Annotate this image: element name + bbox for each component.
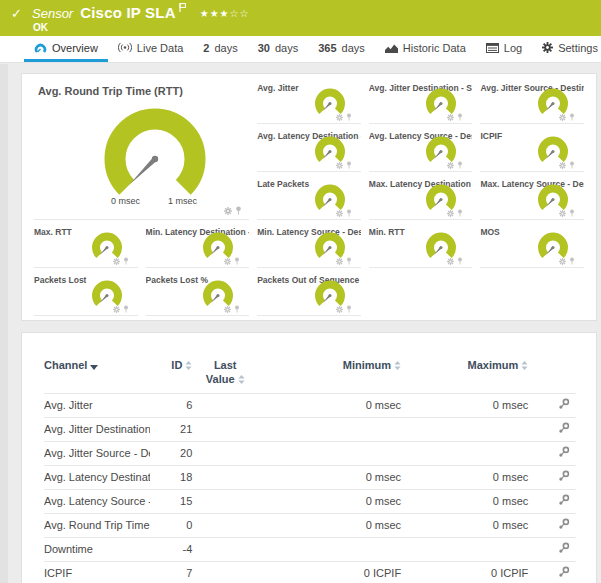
- gauge-cell[interactable]: Packets Out of Sequence: [257, 270, 361, 316]
- tab-365-days[interactable]: 365 days: [308, 36, 375, 62]
- channel-settings-icon[interactable]: [558, 568, 570, 580]
- priority-flag-icon[interactable]: [179, 0, 186, 16]
- channel-name[interactable]: ICPIF: [44, 561, 150, 583]
- tab-settings[interactable]: Settings: [532, 36, 601, 62]
- channel-name[interactable]: Avg. Jitter Source - Des...: [44, 441, 150, 465]
- tab-2-days[interactable]: 2 days: [193, 36, 247, 62]
- tab-30-days[interactable]: 30 days: [248, 36, 309, 62]
- channel-maximum: 0 msec: [401, 513, 528, 537]
- channel-name[interactable]: Avg. Jitter: [44, 393, 150, 417]
- channel-row[interactable]: Avg. Jitter Destination -... 21: [44, 417, 576, 441]
- primary-gauge-dial: 0 msec 1 msec: [60, 101, 250, 213]
- pin-icon[interactable]: [346, 305, 352, 313]
- channel-settings-icon[interactable]: [558, 400, 570, 412]
- pin-icon[interactable]: [346, 257, 352, 265]
- gauge-cell[interactable]: MOS: [480, 222, 584, 268]
- gear-icon[interactable]: [336, 258, 343, 265]
- channel-row[interactable]: Avg. Round Trip Time (... 0 0 msec 0 mse…: [44, 513, 576, 537]
- channel-name[interactable]: Avg. Jitter Destination -...: [44, 417, 150, 441]
- gear-icon[interactable]: [224, 207, 232, 215]
- gauge-cell[interactable]: Min. Latency Source - Destina...: [257, 222, 361, 268]
- channel-row[interactable]: Downtime -4: [44, 537, 576, 561]
- gauge-cell[interactable]: Packets Lost %: [146, 270, 250, 316]
- pin-icon[interactable]: [569, 113, 575, 121]
- sensor-name: Cisco IP SLA: [80, 4, 175, 21]
- channel-settings-icon[interactable]: [558, 448, 570, 460]
- gauge-cell[interactable]: Avg. Latency Destination - So...: [257, 126, 361, 172]
- gear-icon[interactable]: [113, 258, 120, 265]
- column-header-id[interactable]: ID: [150, 357, 192, 393]
- gear-icon[interactable]: [447, 114, 454, 121]
- channel-settings-icon[interactable]: [558, 496, 570, 508]
- channel-last-value: [192, 393, 258, 417]
- pin-icon[interactable]: [123, 305, 129, 313]
- channel-settings-icon[interactable]: [558, 424, 570, 436]
- gear-icon[interactable]: [336, 306, 343, 313]
- column-header-channel[interactable]: Channel: [44, 357, 150, 393]
- gear-icon[interactable]: [559, 210, 566, 217]
- gauge-cell[interactable]: Min. Latency Destination - So...: [146, 222, 250, 268]
- channel-row[interactable]: ICPIF 7 0 ICPIF 0 ICPIF: [44, 561, 576, 583]
- gauge-cell-primary[interactable]: Avg. Round Trip Time (RTT) 0 msec 1 msec: [34, 78, 249, 220]
- gear-icon[interactable]: [224, 258, 231, 265]
- priority-stars[interactable]: ★★★☆☆: [200, 8, 250, 19]
- channel-name[interactable]: Avg. Round Trip Time (...: [44, 513, 150, 537]
- gauge-cell[interactable]: Avg. Jitter Destination - Source: [369, 78, 473, 124]
- channel-row[interactable]: Avg. Jitter 6 0 msec 0 msec: [44, 393, 576, 417]
- pin-icon[interactable]: [346, 161, 352, 169]
- pin-icon[interactable]: [457, 257, 463, 265]
- pin-icon[interactable]: [569, 161, 575, 169]
- channel-row[interactable]: Avg. Jitter Source - Des... 20: [44, 441, 576, 465]
- column-header-maximum[interactable]: Maximum: [401, 357, 528, 393]
- gear-icon[interactable]: [224, 306, 231, 313]
- gear-icon[interactable]: [447, 258, 454, 265]
- channel-name[interactable]: Downtime: [44, 537, 150, 561]
- gauge-cell[interactable]: Max. Latency Destination - So...: [369, 174, 473, 220]
- gear-icon[interactable]: [447, 162, 454, 169]
- gear-icon[interactable]: [113, 306, 120, 313]
- pin-icon[interactable]: [346, 209, 352, 217]
- gear-icon[interactable]: [447, 210, 454, 217]
- gear-icon[interactable]: [559, 114, 566, 121]
- channel-row[interactable]: Avg. Latency Source - D... 15 0 msec 0 m…: [44, 489, 576, 513]
- pin-icon[interactable]: [569, 209, 575, 217]
- gear-icon[interactable]: [559, 162, 566, 169]
- gauge-icon: [34, 43, 47, 53]
- pin-icon[interactable]: [569, 257, 575, 265]
- channel-name[interactable]: Avg. Latency Source - D...: [44, 489, 150, 513]
- pin-icon[interactable]: [457, 161, 463, 169]
- channel-settings-icon[interactable]: [558, 544, 570, 556]
- channel-settings-icon[interactable]: [558, 520, 570, 532]
- tab-live-data[interactable]: Live Data: [108, 36, 193, 62]
- channel-name[interactable]: Avg. Latency Destinatio...: [44, 465, 150, 489]
- gauge-cell[interactable]: Avg. Latency Source - Destin...: [369, 126, 473, 172]
- gauge-cell[interactable]: Max. RTT: [34, 222, 138, 268]
- pin-icon[interactable]: [235, 206, 242, 215]
- gauge-cell[interactable]: Avg. Jitter: [257, 78, 361, 124]
- gear-icon[interactable]: [336, 210, 343, 217]
- channel-row[interactable]: Avg. Latency Destinatio... 18 0 msec 0 m…: [44, 465, 576, 489]
- gear-icon[interactable]: [336, 114, 343, 121]
- pin-icon[interactable]: [457, 113, 463, 121]
- gauge-cell[interactable]: Late Packets: [257, 174, 361, 220]
- pin-icon[interactable]: [123, 257, 129, 265]
- tab-historic-data[interactable]: Historic Data: [375, 36, 476, 62]
- gauge-cell[interactable]: ICPIF: [480, 126, 584, 172]
- tab-overview[interactable]: Overview: [24, 36, 108, 62]
- gauge-cell[interactable]: Avg. Jitter Source - Destination: [480, 78, 584, 124]
- channel-id: 21: [150, 417, 192, 441]
- pin-icon[interactable]: [457, 209, 463, 217]
- pin-icon[interactable]: [234, 305, 240, 313]
- gauge-cell[interactable]: Min. RTT: [369, 222, 473, 268]
- gear-icon[interactable]: [336, 162, 343, 169]
- gauge-cell[interactable]: Max. Latency Source - Destin...: [480, 174, 584, 220]
- gear-icon[interactable]: [559, 258, 566, 265]
- channel-settings-icon[interactable]: [558, 472, 570, 484]
- column-header-minimum[interactable]: Minimum: [258, 357, 401, 393]
- gauge-cell[interactable]: Packets Lost: [34, 270, 138, 316]
- column-header-last-value[interactable]: Last Value: [192, 357, 258, 393]
- pin-icon[interactable]: [346, 113, 352, 121]
- gauge-title: Avg. Round Trip Time (RTT): [34, 78, 249, 97]
- tab-log[interactable]: Log: [476, 36, 532, 62]
- pin-icon[interactable]: [234, 257, 240, 265]
